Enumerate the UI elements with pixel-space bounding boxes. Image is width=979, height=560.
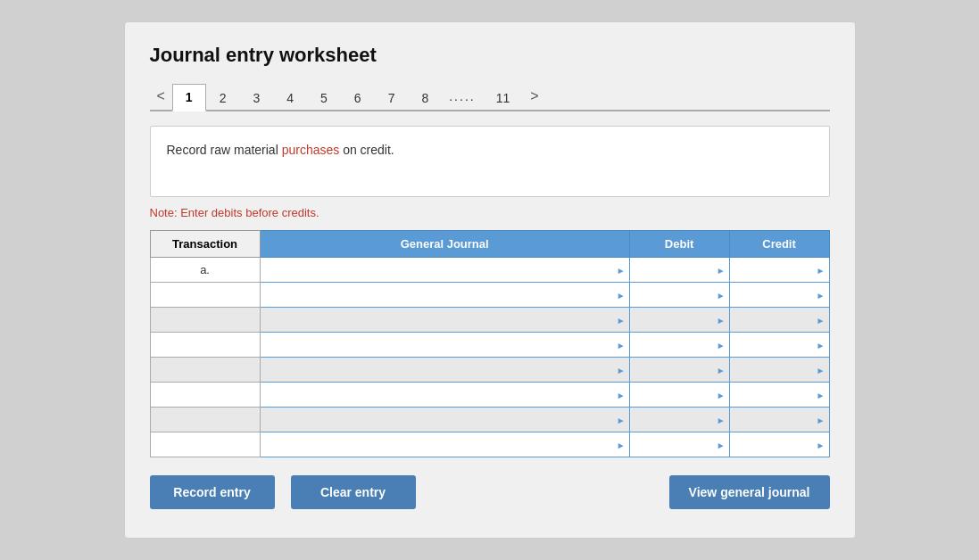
page-title: Journal entry worksheet [150, 44, 830, 67]
arrow-icon: ► [717, 390, 726, 399]
credit-input[interactable] [730, 333, 829, 357]
debit-cell[interactable]: ► [629, 383, 729, 408]
tab-2[interactable]: 2 [206, 85, 240, 111]
debit-cell[interactable]: ► [629, 358, 729, 383]
debit-cell[interactable]: ► [629, 283, 729, 308]
arrow-icon: ► [717, 340, 726, 350]
col-header-debit: Debit [629, 231, 729, 258]
debit-cell[interactable]: ► [629, 333, 729, 358]
arrow-icon: ► [617, 340, 626, 350]
credit-input[interactable] [730, 258, 829, 282]
record-entry-button[interactable]: Record entry [150, 475, 275, 509]
arrow-icon: ► [817, 365, 826, 375]
tab-7[interactable]: 7 [375, 85, 409, 111]
tab-navigation: < 1 2 3 4 5 6 7 8 ..... 11 > [150, 83, 830, 111]
credit-cell[interactable]: ► [729, 358, 829, 383]
prev-arrow[interactable]: < [150, 83, 172, 110]
col-header-credit: Credit [729, 231, 829, 258]
credit-input[interactable] [730, 283, 829, 307]
col-header-general-journal: General Journal [260, 231, 629, 258]
journal-cell[interactable]: ► [260, 333, 629, 358]
journal-input[interactable] [261, 333, 629, 357]
journal-input[interactable] [261, 308, 629, 332]
credit-cell[interactable]: ► [729, 408, 829, 432]
credit-cell[interactable]: ► [729, 258, 829, 283]
description-text: Record raw material purchases on credit. [167, 143, 394, 157]
tab-ellipsis: ..... [442, 84, 482, 109]
tab-4[interactable]: 4 [273, 85, 307, 111]
credit-cell[interactable]: ► [729, 333, 829, 358]
arrow-icon: ► [717, 415, 726, 424]
clear-entry-button[interactable]: Clear entry [291, 475, 416, 509]
journal-cell[interactable]: ► [260, 308, 629, 333]
journal-cell[interactable]: ► [260, 408, 629, 432]
arrow-icon: ► [817, 340, 826, 350]
tab-3[interactable]: 3 [239, 85, 273, 111]
transaction-cell: a. [150, 258, 260, 283]
table-row: ► ► ► [150, 408, 829, 432]
credit-input[interactable] [730, 432, 829, 457]
transaction-cell [150, 333, 260, 358]
table-row: ► ► ► [150, 283, 829, 308]
worksheet-container: Journal entry worksheet < 1 2 3 4 5 6 7 … [124, 21, 856, 539]
transaction-cell [150, 308, 260, 333]
arrow-icon: ► [717, 365, 726, 375]
transaction-cell [150, 358, 260, 383]
debit-input[interactable] [630, 333, 729, 357]
transaction-cell [150, 432, 260, 457]
arrow-icon: ► [817, 290, 826, 300]
journal-input[interactable] [261, 283, 629, 307]
transaction-cell [150, 283, 260, 308]
tab-1[interactable]: 1 [172, 84, 206, 111]
debit-cell[interactable]: ► [629, 308, 729, 333]
debit-input[interactable] [630, 408, 729, 432]
description-highlight: purchases [282, 143, 340, 157]
debit-input[interactable] [630, 283, 729, 307]
journal-cell[interactable]: ► [260, 432, 629, 457]
arrow-icon: ► [617, 440, 626, 449]
arrow-icon: ► [617, 265, 626, 275]
debit-input[interactable] [630, 308, 729, 332]
journal-cell[interactable]: ► [260, 283, 629, 308]
next-arrow[interactable]: > [523, 83, 545, 110]
journal-cell[interactable]: ► [260, 383, 629, 408]
credit-input[interactable] [730, 308, 829, 332]
journal-input[interactable] [261, 408, 629, 432]
credit-input[interactable] [730, 408, 829, 432]
debit-input[interactable] [630, 358, 729, 382]
transaction-cell [150, 383, 260, 408]
table-row: ► ► ► [150, 333, 829, 358]
tab-11[interactable]: 11 [483, 85, 524, 111]
view-general-journal-button[interactable]: View general journal [669, 475, 830, 509]
arrow-icon: ► [717, 315, 726, 325]
debit-cell[interactable]: ► [629, 258, 729, 283]
tab-8[interactable]: 8 [408, 85, 442, 111]
table-row: ► ► ► [150, 358, 829, 383]
credit-cell[interactable]: ► [729, 383, 829, 408]
credit-cell[interactable]: ► [729, 308, 829, 333]
arrow-icon: ► [817, 265, 826, 275]
table-row: ► ► ► [150, 432, 829, 457]
credit-cell[interactable]: ► [729, 432, 829, 457]
journal-input[interactable] [261, 383, 629, 407]
arrow-icon: ► [717, 290, 726, 300]
journal-input[interactable] [261, 432, 629, 457]
debit-input[interactable] [630, 258, 729, 282]
tab-5[interactable]: 5 [307, 85, 341, 111]
arrow-icon: ► [817, 390, 826, 399]
journal-cell[interactable]: ► [260, 358, 629, 383]
debit-input[interactable] [630, 383, 729, 407]
table-row: ► ► ► [150, 383, 829, 408]
arrow-icon: ► [617, 365, 626, 375]
debit-cell[interactable]: ► [629, 408, 729, 432]
debit-cell[interactable]: ► [629, 432, 729, 457]
debit-input[interactable] [630, 432, 729, 457]
button-row: Record entry Clear entry View general jo… [150, 475, 830, 509]
credit-input[interactable] [730, 383, 829, 407]
journal-input[interactable] [261, 258, 629, 282]
journal-cell[interactable]: ► [260, 258, 629, 283]
credit-input[interactable] [730, 358, 829, 382]
tab-6[interactable]: 6 [341, 85, 375, 111]
credit-cell[interactable]: ► [729, 283, 829, 308]
journal-input[interactable] [261, 358, 629, 382]
